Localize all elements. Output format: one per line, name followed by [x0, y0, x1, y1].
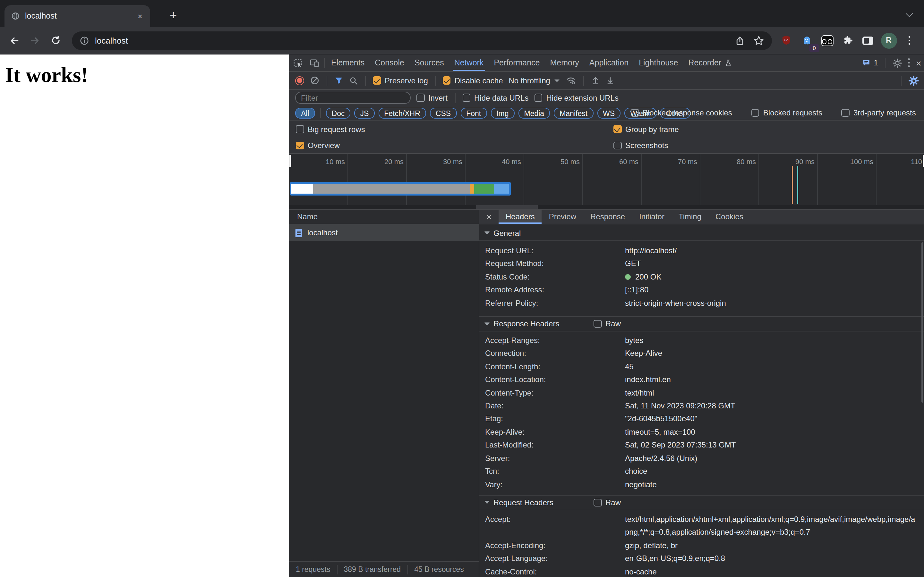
detail-tab-cookies[interactable]: Cookies	[708, 210, 750, 224]
throttling-dropdown[interactable]: No throttling	[509, 76, 560, 85]
blocked-requests-checkbox[interactable]: Blocked requests	[751, 108, 822, 117]
network-settings-gear-icon[interactable]	[909, 75, 919, 85]
chip-doc[interactable]: Doc	[326, 107, 351, 118]
chip-media[interactable]: Media	[519, 107, 550, 118]
site-info-icon[interactable]	[79, 36, 89, 45]
extensions-puzzle-icon[interactable]	[838, 31, 857, 49]
tab-memory[interactable]: Memory	[545, 55, 584, 71]
blocked-response-cookies-checkbox[interactable]: Blocked response cookies	[631, 108, 732, 117]
checkbox-checked-icon[interactable]	[443, 77, 451, 85]
chip-css[interactable]: CSS	[430, 107, 457, 118]
devtools-close-icon[interactable]: ×	[916, 58, 921, 68]
network-conditions-icon[interactable]	[565, 76, 577, 85]
device-toolbar-icon[interactable]	[306, 55, 323, 71]
chip-fetch-xhr[interactable]: Fetch/XHR	[378, 107, 426, 118]
detail-tab-initiator[interactable]: Initiator	[632, 210, 672, 224]
new-tab-button[interactable]: +	[164, 6, 182, 24]
checkbox-checked-icon[interactable]	[373, 77, 381, 85]
chip-all[interactable]: All	[295, 107, 315, 118]
screenshots-checkbox[interactable]: Screenshots	[614, 141, 668, 150]
back-button[interactable]	[5, 31, 23, 49]
checkbox-checked-icon[interactable]	[614, 125, 622, 133]
record-network-log-button[interactable]	[295, 76, 304, 85]
import-har-icon[interactable]	[591, 76, 600, 85]
detail-close-icon[interactable]: ×	[479, 210, 499, 224]
tab-close-icon[interactable]: ×	[136, 11, 144, 21]
address-bar[interactable]: localhost	[72, 31, 772, 50]
checkbox-unchecked-icon[interactable]	[594, 498, 602, 506]
tab-search-chevron-icon[interactable]	[907, 11, 913, 17]
request-row-localhost[interactable]: localhost	[289, 224, 479, 241]
checkbox-unchecked-icon[interactable]	[842, 109, 850, 117]
hide-extension-urls-checkbox[interactable]: Hide extension URLs	[534, 93, 618, 102]
chip-font[interactable]: Font	[460, 107, 487, 118]
overview-checkbox[interactable]: Overview	[296, 141, 340, 150]
request-raw-checkbox[interactable]: Raw	[594, 498, 621, 507]
profile-avatar[interactable]: R	[880, 31, 898, 49]
checkbox-unchecked-icon[interactable]	[631, 109, 639, 117]
overview-handle-left[interactable]	[289, 155, 291, 167]
inspect-element-icon[interactable]	[289, 55, 306, 71]
extension-oo-icon[interactable]	[818, 31, 836, 49]
detail-tab-response[interactable]: Response	[583, 210, 632, 224]
response-raw-checkbox[interactable]: Raw	[594, 319, 621, 328]
checkbox-unchecked-icon[interactable]	[614, 142, 622, 150]
tab-sources[interactable]: Sources	[409, 55, 449, 71]
side-panel-icon[interactable]	[859, 31, 877, 49]
share-button[interactable]	[735, 31, 745, 50]
name-column-header[interactable]: Name	[289, 210, 479, 224]
request-headers-section-header[interactable]: Request Headers Raw	[479, 495, 924, 510]
export-har-icon[interactable]	[606, 76, 615, 85]
devtools-menu-kebab-icon[interactable]	[908, 58, 910, 67]
big-request-rows-checkbox[interactable]: Big request rows	[296, 125, 365, 134]
scrollbar-thumb[interactable]	[476, 205, 538, 209]
detail-tab-preview[interactable]: Preview	[542, 210, 583, 224]
detail-scrollbar-thumb[interactable]	[921, 242, 923, 403]
network-overview-timeline[interactable]: 10 ms 20 ms 30 ms 40 ms 50 ms 60 ms 70 m…	[289, 154, 924, 210]
tab-console[interactable]: Console	[370, 55, 409, 71]
reload-button[interactable]	[47, 31, 65, 49]
tab-recorder[interactable]: Recorder	[683, 55, 737, 71]
general-section-header[interactable]: General	[479, 226, 924, 241]
clear-network-log-icon[interactable]	[310, 76, 320, 85]
chip-js[interactable]: JS	[354, 107, 375, 118]
chip-manifest[interactable]: Manifest	[554, 107, 593, 118]
detail-tab-headers[interactable]: Headers	[499, 210, 542, 224]
tab-lighthouse[interactable]: Lighthouse	[634, 55, 683, 71]
checkbox-unchecked-icon[interactable]	[296, 125, 304, 133]
tab-performance[interactable]: Performance	[489, 55, 545, 71]
search-icon[interactable]	[349, 76, 358, 85]
issues-counter[interactable]: 1	[862, 58, 878, 67]
overview-activity-bar[interactable]	[290, 182, 511, 195]
checkbox-unchecked-icon[interactable]	[594, 320, 602, 328]
checkbox-checked-icon[interactable]	[296, 142, 304, 150]
browser-tab[interactable]: localhost ×	[5, 5, 150, 27]
tab-application[interactable]: Application	[584, 55, 634, 71]
forward-button[interactable]	[26, 31, 44, 49]
response-headers-section-header[interactable]: Response Headers Raw	[479, 316, 924, 332]
overview-handle-right[interactable]	[922, 155, 924, 167]
checkbox-unchecked-icon[interactable]	[417, 94, 425, 102]
tab-network[interactable]: Network	[449, 55, 489, 71]
checkbox-unchecked-icon[interactable]	[751, 109, 759, 117]
preserve-log-checkbox[interactable]: Preserve log	[373, 76, 428, 85]
invert-checkbox[interactable]: Invert	[417, 93, 447, 102]
ghostery-extension-icon[interactable]: 0	[798, 31, 816, 49]
timeline-scrollbar[interactable]	[289, 205, 924, 209]
chip-img[interactable]: Img	[491, 107, 514, 118]
third-party-requests-checkbox[interactable]: 3rd-party requests	[842, 108, 916, 117]
ublock-extension-icon[interactable]: uo	[777, 31, 795, 49]
hide-data-urls-checkbox[interactable]: Hide data URLs	[462, 93, 528, 102]
tab-elements[interactable]: Elements	[326, 55, 370, 71]
filter-funnel-icon[interactable]	[334, 76, 343, 85]
devtools-settings-gear-icon[interactable]	[893, 58, 903, 68]
disable-cache-checkbox[interactable]: Disable cache	[443, 76, 503, 85]
checkbox-unchecked-icon[interactable]	[462, 94, 470, 102]
group-by-frame-checkbox[interactable]: Group by frame	[614, 125, 679, 134]
checkbox-unchecked-icon[interactable]	[534, 94, 542, 102]
filter-input[interactable]	[295, 92, 411, 104]
browser-menu-kebab-icon[interactable]	[900, 31, 918, 49]
chip-ws[interactable]: WS	[597, 107, 620, 118]
detail-tab-timing[interactable]: Timing	[672, 210, 708, 224]
bookmark-star-icon[interactable]	[753, 31, 764, 50]
